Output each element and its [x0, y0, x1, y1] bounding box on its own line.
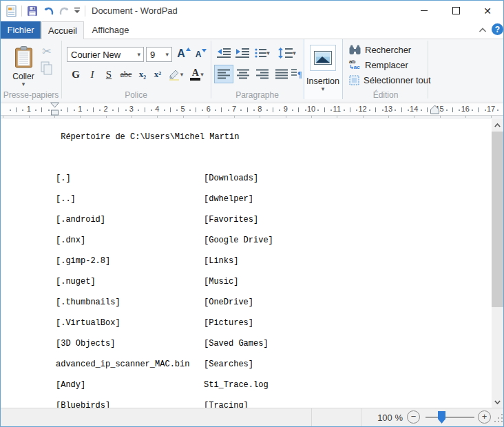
- find-label: Rechercher: [365, 45, 411, 55]
- scissors-icon: ✂: [42, 45, 51, 58]
- align-left-button[interactable]: [214, 65, 233, 83]
- doc-line: [.android][Favorites]: [56, 209, 239, 230]
- save-icon[interactable]: [27, 6, 38, 17]
- ruler-number: 13: [381, 105, 395, 113]
- wordpad-app-icon[interactable]: [6, 6, 17, 17]
- status-divider: [311, 408, 312, 427]
- list-button[interactable]: ▾: [253, 45, 272, 61]
- font-color-button[interactable]: A ▾: [187, 66, 207, 83]
- ruler-tick: [324, 107, 325, 112]
- superscript-button[interactable]: x²: [151, 66, 165, 83]
- ruler-tick: [452, 107, 453, 112]
- ruler-number: 10: [304, 105, 318, 113]
- ruler-tick: [234, 116, 235, 118]
- ruler-tick: [29, 116, 30, 118]
- paragraph-settings-button[interactable]: ¶: [291, 65, 302, 83]
- clipboard-icon: [14, 46, 33, 69]
- insert-object-button[interactable]: Insertion ▾: [309, 42, 337, 94]
- font-color-chevron-down-icon: ▾: [200, 72, 204, 77]
- ruler-tick: [16, 107, 17, 112]
- ruler-tick: [273, 107, 273, 112]
- help-icon: ?: [495, 25, 500, 34]
- quick-access-toolbar-dropdown-icon[interactable]: [74, 8, 81, 14]
- ruler-tick: [145, 107, 145, 112]
- highlight-color-button[interactable]: ▾: [166, 66, 185, 83]
- ruler-tick: [118, 107, 119, 112]
- doc-line-col1: advanced_ip_scanner_MAC.bin: [56, 360, 189, 369]
- ruler-tick: [93, 107, 94, 112]
- zoom-out-button[interactable]: −: [407, 410, 420, 424]
- decrease-indent-button[interactable]: [216, 45, 232, 61]
- increase-indent-button[interactable]: [234, 45, 251, 61]
- font-family-select[interactable]: Courier New ▾: [67, 47, 144, 62]
- underline-button[interactable]: S: [101, 66, 116, 83]
- ruler-tick: [350, 107, 350, 112]
- font-size-select[interactable]: 9 ▾: [146, 47, 172, 62]
- tab-fichier[interactable]: Fichier: [1, 21, 41, 39]
- doc-line-col1: [.VirtualBox]: [56, 318, 120, 328]
- insert-chevron-down-icon: ▾: [322, 86, 325, 92]
- copy-icon: [41, 61, 53, 75]
- ruler-number: 14: [407, 105, 421, 113]
- ruler-tick: [369, 110, 370, 111]
- maximize-button[interactable]: [440, 1, 472, 21]
- grow-font-button[interactable]: A: [176, 45, 191, 62]
- ruler[interactable]: 11234567891011121314151617: [1, 101, 503, 119]
- vertical-scrollbar[interactable]: [492, 119, 503, 408]
- font-color-swatch: [190, 78, 200, 81]
- line-spacing-button[interactable]: ▾: [276, 45, 298, 61]
- doc-line: [.][Downloads]: [56, 168, 239, 189]
- shrink-font-button[interactable]: A: [194, 47, 208, 62]
- ruler-tick: [67, 107, 68, 112]
- ruler-number: 7: [227, 105, 241, 113]
- close-button[interactable]: ✕: [472, 1, 503, 21]
- strikethrough-button[interactable]: abc: [118, 66, 134, 83]
- document-text-area[interactable]: Répertoire de C:\Users\Michel Martin[.][…: [1, 119, 492, 408]
- tab-affichage[interactable]: Affichage: [84, 21, 137, 39]
- list-chevron-down-icon: ▾: [266, 50, 270, 56]
- zoom-slider[interactable]: [426, 417, 474, 418]
- tab-accueil[interactable]: Accueil: [41, 21, 84, 39]
- collapse-ribbon-chevron-up-icon[interactable]: [479, 28, 487, 33]
- doc-line: [3D Objects][Saved Games]: [56, 333, 239, 354]
- paste-chevron-down-icon: ▾: [22, 81, 25, 87]
- zoom-level-label: 100 %: [360, 413, 403, 423]
- ruler-tick: [260, 116, 260, 118]
- font-family-chevron-down-icon: ▾: [137, 52, 143, 57]
- justify-button[interactable]: [272, 65, 291, 83]
- chevron-down-icon: [494, 400, 501, 404]
- doc-line: [.dnx][Google Drive]: [56, 230, 239, 251]
- ruler-number: 6: [202, 105, 216, 113]
- bold-button[interactable]: G: [68, 66, 83, 83]
- find-button[interactable]: Rechercher: [349, 43, 411, 56]
- zoom-in-button[interactable]: +: [478, 410, 491, 424]
- select-all-button[interactable]: Sélectionner tout: [349, 74, 431, 86]
- ruler-tick: [465, 116, 466, 118]
- ribbon-tab-row: Fichier Accueil Affichage ?: [1, 21, 503, 39]
- scrollbar-thumb[interactable]: [492, 132, 503, 307]
- doc-line-col1: [.gimp-2.8]: [56, 256, 110, 266]
- first-line-indent-marker[interactable]: [49, 102, 61, 116]
- scroll-up-button[interactable]: [492, 119, 503, 131]
- doc-line: [.thumbnails][OneDrive]: [56, 292, 239, 313]
- zoom-slider-thumb[interactable]: [438, 411, 445, 424]
- italic-button[interactable]: I: [85, 66, 100, 83]
- doc-line: [.VirtualBox][Pictures]: [56, 313, 239, 333]
- line-spacing-icon: [278, 48, 293, 59]
- help-button[interactable]: ?: [492, 23, 503, 35]
- font-family-value: Courier New: [71, 50, 120, 60]
- doc-line: Répertoire de C:\Users\Michel Martin: [56, 127, 239, 147]
- scroll-down-button[interactable]: [492, 396, 503, 408]
- ruler-number: 17: [484, 105, 498, 113]
- resize-grip[interactable]: [494, 414, 504, 424]
- subscript-button[interactable]: x₂: [136, 66, 149, 83]
- align-right-button[interactable]: [253, 65, 272, 83]
- paste-button[interactable]: Coller ▾: [8, 42, 39, 90]
- replace-button[interactable]: ab ↳ac Remplacer: [349, 59, 408, 71]
- ruler-number: 3: [125, 105, 138, 113]
- ruler-tick: [240, 110, 242, 111]
- right-indent-marker[interactable]: [429, 104, 441, 115]
- undo-icon[interactable]: [42, 6, 54, 17]
- minimize-button[interactable]: [408, 1, 440, 21]
- align-center-button[interactable]: [233, 65, 253, 83]
